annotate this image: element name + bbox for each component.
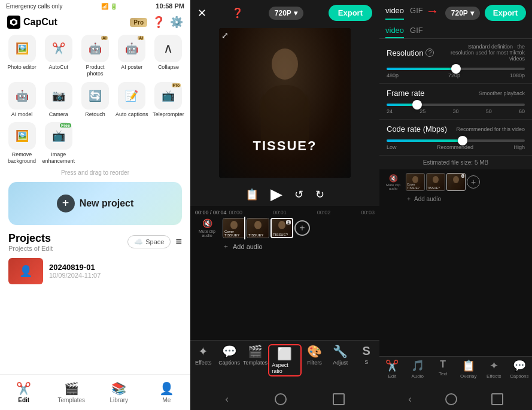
right-clip-1-label: Cover TISSUE? (407, 183, 424, 190)
tool-remove-bg[interactable]: 🖼️ Remove background (5, 122, 39, 165)
nav-edit[interactable]: ✂️ Edit (0, 375, 48, 410)
right-clip-1[interactable]: Cover TISSUE? (406, 173, 425, 191)
tool-ai-model[interactable]: 🤖 AI model (5, 82, 39, 118)
resolution-thumb[interactable] (451, 64, 461, 74)
project-item[interactable]: 👤 20240819-01 10/09/2024-11:07 (8, 253, 182, 289)
coderate-slider[interactable] (387, 139, 525, 142)
right-back-button[interactable]: ‹ (408, 394, 411, 405)
aspect-ratio-icon: ⬜ (277, 347, 292, 361)
right-tool-overlay[interactable]: 📋 Overlay (456, 359, 482, 379)
toolbar-filters[interactable]: 🎨 Filters (302, 344, 327, 376)
framerate-slider[interactable] (387, 104, 525, 106)
library-nav-icon: 📚 (111, 381, 126, 396)
right-add-clip-button[interactable]: + (467, 175, 480, 189)
coderate-desc: Recommended for this video (456, 126, 525, 132)
mark-0: 00:00 (229, 209, 243, 215)
right-tool-effects[interactable]: ✦ Effects (481, 359, 507, 379)
me-nav-icon: 👤 (159, 381, 174, 396)
ai-model-label: AI model (11, 111, 33, 118)
left-panel: Emergency calls only 📶 🔋 10:58 PM CapCut… (0, 0, 190, 410)
ai-poster-label: AI poster (121, 64, 142, 71)
home-button[interactable] (275, 393, 287, 405)
timeline-area: 00:00 / 00:04 00:00 00:01 00:02 00:03 🔇 … (190, 206, 379, 340)
right-tool-edit[interactable]: ✂️ Edit (379, 359, 405, 379)
nav-me[interactable]: 👤 Me (143, 375, 191, 410)
right-audio-label: Audio (412, 373, 424, 379)
editor-panel: ✕ ❓ 720P ▾ Export TISSUE? ⤢ 📋 ▶ ↺ ↻ (190, 0, 379, 410)
toolbar-effects[interactable]: ✦ Effects (190, 344, 216, 376)
resolution-help-icon[interactable]: ? (425, 48, 434, 57)
tool-retouch[interactable]: 🔄 Retouch (78, 82, 112, 118)
editor-close-icon[interactable]: ✕ (197, 7, 206, 20)
export-resolution-text: 720P (451, 9, 468, 17)
right-clip-3[interactable]: 1 (446, 173, 466, 191)
add-audio-row[interactable]: ＋ Add audio (190, 239, 379, 253)
nav-templates[interactable]: 🎬 Templates (48, 375, 96, 410)
space-label: Space (145, 238, 164, 245)
framerate-thumb[interactable] (412, 100, 422, 110)
tools-grid-row2: 🤖 AI model 📷 Camera 🔄 Retouch 📝 Auto cap… (0, 80, 190, 120)
tool-auto-captions[interactable]: 📝 Auto captions (115, 82, 149, 118)
right-tool-text[interactable]: T Text (430, 359, 456, 379)
sort-icon[interactable]: ≡ (175, 236, 182, 248)
tool-teleprompter[interactable]: 📺Pro Teleprompter (151, 82, 186, 118)
editor-resolution-badge[interactable]: 720P ▾ (269, 7, 303, 20)
auto-captions-icon: 📝 (118, 82, 145, 110)
right-tool-captions[interactable]: 💬 Captions (507, 359, 533, 379)
editor-export-button[interactable]: Export (329, 5, 372, 21)
right-home-button[interactable] (445, 393, 457, 405)
right-tool-audio[interactable]: 🎵 Audio (405, 359, 431, 379)
tool-product-photos[interactable]: 🤖AI Product photos (78, 35, 112, 77)
undo-icon[interactable]: ↺ (294, 188, 303, 201)
new-project-button[interactable]: + New project (8, 182, 182, 225)
clip-1[interactable]: Cover TISSUE? (223, 218, 245, 238)
cr-low: Low (387, 144, 397, 150)
toolbar-captions[interactable]: 💬 Captions (216, 344, 242, 376)
recent-button[interactable] (333, 393, 345, 405)
right-overlay-icon: 📋 (462, 359, 475, 372)
right-bottom-toolbar: ✂️ Edit 🎵 Audio T Text 📋 Overlay ✦ Effec… (379, 356, 532, 388)
tool-photo-editor[interactable]: 🖼️ Photo editor (5, 35, 39, 77)
edit-nav-label: Edit (18, 397, 29, 403)
help-icon[interactable]: ❓ (152, 16, 165, 29)
collapse-icon: ∧ (154, 35, 182, 62)
nav-library[interactable]: 📚 Library (95, 375, 143, 410)
play-button[interactable]: ▶ (270, 185, 282, 204)
copy-frame-icon[interactable]: 📋 (245, 188, 259, 201)
settings-icon[interactable]: ⚙️ (170, 16, 183, 29)
tool-image-enhance[interactable]: 📺Free Image enhancement (41, 122, 75, 165)
tab-gif[interactable]: GIF (410, 6, 423, 20)
back-button[interactable]: ‹ (225, 394, 228, 405)
redo-icon[interactable]: ↻ (315, 188, 324, 201)
capcut-logo: CapCut (7, 16, 57, 29)
tool-collapse[interactable]: ∧ Collapse (151, 35, 186, 77)
tab-video[interactable]: video (385, 6, 404, 20)
mark-1: 00:01 (273, 209, 287, 215)
editor-help-icon[interactable]: ❓ (232, 7, 244, 19)
coderate-title: Code rate (Mbps) (387, 124, 447, 133)
toolbar-s[interactable]: S S (354, 344, 379, 376)
export-button[interactable]: Export (485, 5, 526, 21)
svg-point-0 (12, 20, 16, 24)
video-clips: Cover TISSUE? TISSUE? TISSUE? 1 (223, 218, 310, 238)
ai-poster-icon: 🤖AI (118, 35, 145, 62)
clip-2[interactable]: TISSUE? (247, 218, 269, 238)
toolbar-aspect-ratio[interactable]: ⬜ Aspect ratio (268, 344, 301, 376)
right-add-audio[interactable]: ＋ Add audio (379, 192, 532, 205)
expand-icon[interactable]: ⤢ (221, 31, 229, 40)
right-add-audio-label: Add audio (414, 196, 441, 202)
resolution-slider[interactable] (387, 68, 525, 70)
clip-3[interactable]: TISSUE? 1 (270, 218, 293, 238)
add-clip-button[interactable]: + (294, 220, 310, 236)
right-recent-button[interactable] (491, 393, 503, 405)
export-resolution-badge[interactable]: 720P ▾ (445, 7, 480, 20)
tool-ai-poster[interactable]: 🤖AI AI poster (115, 35, 149, 77)
coderate-thumb[interactable] (458, 136, 467, 145)
right-clip-2[interactable]: TISSUE? (426, 173, 445, 191)
video-tab-active: video (385, 26, 404, 38)
toolbar-templates[interactable]: 🎬 Templates (242, 344, 268, 376)
space-button[interactable]: ☁️ Space (127, 235, 171, 248)
tool-camera[interactable]: 📷 Camera (41, 82, 75, 118)
toolbar-adjust[interactable]: 🔧 Adjust (327, 344, 353, 376)
tool-autocut[interactable]: ✂️ AutoCut (41, 35, 75, 77)
